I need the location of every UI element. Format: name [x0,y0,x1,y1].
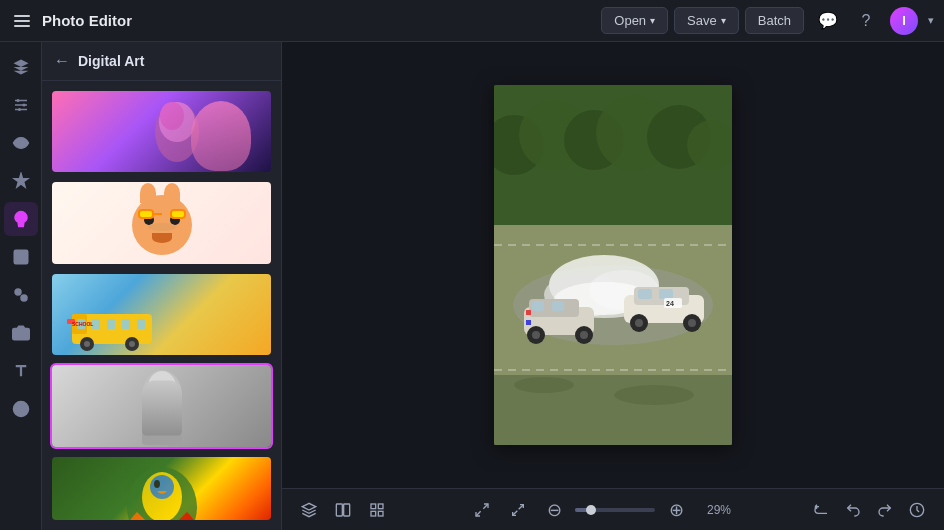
svg-line-87 [476,511,481,516]
canvas-content[interactable]: 24 [282,42,944,488]
effect-cartoonizer[interactable]: Cartoonizer DLX [50,89,273,174]
svg-point-27 [148,371,176,403]
svg-rect-83 [378,504,383,509]
history-button[interactable] [902,495,932,525]
help-icon[interactable]: ? [852,7,880,35]
avatar[interactable]: I [890,7,918,35]
undo-all-button[interactable] [806,495,836,525]
zoom-control: ⊖ ⊕ 29% [467,495,731,525]
svg-rect-67 [659,289,673,299]
svg-point-12 [160,102,184,130]
sidebar-item-adjustments[interactable] [4,88,38,122]
svg-rect-66 [638,289,652,299]
sidebar-item-frames[interactable] [4,240,38,274]
svg-rect-80 [336,504,342,516]
sidebar-item-text[interactable] [4,354,38,388]
effect-underpainting-thumbnail [52,182,271,265]
undo-button[interactable] [838,495,868,525]
header-left: Photo Editor [10,11,591,31]
panel-title: Digital Art [78,53,144,69]
main-layout: ← Digital Art Cartoonizer DLX [0,42,944,530]
svg-line-30 [170,393,178,397]
sidebar-item-watermark[interactable] [4,392,38,426]
compare-tool-button[interactable] [328,495,358,525]
batch-button[interactable]: Batch [745,7,804,34]
redo-button[interactable] [870,495,900,525]
svg-line-86 [483,504,488,509]
bottom-toolbar: ⊖ ⊕ 29% [282,488,944,530]
effect-parrot[interactable] [50,455,273,522]
svg-line-88 [513,510,518,515]
fit-view-button[interactable] [467,495,497,525]
svg-point-38 [154,480,160,488]
canvas-area: 24 [282,42,944,530]
layers-tool-button[interactable] [294,495,324,525]
effect-graphic-novel[interactable]: Graphic Novel DLX [50,363,273,448]
svg-point-76 [614,385,694,405]
menu-icon[interactable] [10,11,34,31]
svg-point-23 [129,341,135,347]
effect-cartoonizer-thumbnail [52,91,271,174]
svg-point-6 [15,289,21,295]
svg-point-69 [635,319,643,327]
avatar-chevron-icon[interactable]: ▾ [928,14,934,27]
effect-oil-painting[interactable]: SCHOOL Oil Painting DLX [50,272,273,357]
toolbar-right-group [806,495,932,525]
svg-point-7 [21,295,27,301]
chat-icon[interactable]: 💬 [814,7,842,35]
svg-text:24: 24 [666,300,674,307]
svg-rect-56 [532,301,544,311]
header: Photo Editor Open ▾ Save ▾ Batch 💬 ? I ▾ [0,0,944,42]
svg-line-29 [146,393,154,397]
svg-rect-81 [344,504,350,516]
effects-panel: ← Digital Art Cartoonizer DLX [42,42,282,530]
grid-tool-button[interactable] [362,495,392,525]
svg-rect-17 [107,319,115,329]
effect-parrot-thumbnail [52,457,271,522]
svg-point-1 [22,104,25,107]
sidebar-item-layers[interactable] [4,50,38,84]
dog-decoration [132,195,192,255]
sidebar-item-view[interactable] [4,126,38,160]
actual-size-button[interactable] [503,495,533,525]
open-chevron-icon: ▾ [650,15,655,26]
zoom-slider[interactable] [575,508,655,512]
svg-rect-82 [371,504,376,509]
header-center: Open ▾ Save ▾ Batch [601,7,804,34]
svg-point-59 [532,331,540,339]
zoom-slider-thumb [586,505,596,515]
svg-line-89 [519,504,524,509]
zoom-percent: 29% [697,503,731,517]
svg-rect-57 [552,301,564,311]
sidebar-item-digital-art[interactable] [4,202,38,236]
svg-point-32 [168,386,176,392]
zoom-out-button[interactable]: ⊖ [539,495,569,525]
effect-oil-painting-thumbnail: SCHOOL [52,274,271,357]
svg-rect-19 [137,319,145,329]
photo-container: 24 [494,85,732,445]
sidebar-item-objects[interactable] [4,278,38,312]
sidebar-item-camera[interactable] [4,316,38,350]
open-button[interactable]: Open ▾ [601,7,668,34]
main-photo: 24 [494,85,732,445]
back-button[interactable]: ← [54,52,70,70]
sidebar-item-effects[interactable] [4,164,38,198]
effect-graphic-novel-thumbnail [52,365,271,448]
svg-point-75 [514,377,574,393]
svg-rect-5 [17,253,25,261]
open-label: Open [614,13,646,28]
svg-point-8 [18,331,24,337]
zoom-in-button[interactable]: ⊕ [661,495,691,525]
save-chevron-icon: ▾ [721,15,726,26]
save-button[interactable]: Save ▾ [674,7,739,34]
svg-rect-18 [122,319,130,329]
effect-underpainting[interactable]: Underpainting DLX [50,180,273,265]
toolbar-left-group [294,495,392,525]
svg-rect-28 [142,415,182,445]
svg-point-61 [580,331,588,339]
svg-rect-84 [371,511,376,516]
save-label: Save [687,13,717,28]
panel-header: ← Digital Art [42,42,281,81]
svg-rect-85 [378,511,383,516]
effects-list: Cartoonizer DLX Underpaint [42,81,281,530]
